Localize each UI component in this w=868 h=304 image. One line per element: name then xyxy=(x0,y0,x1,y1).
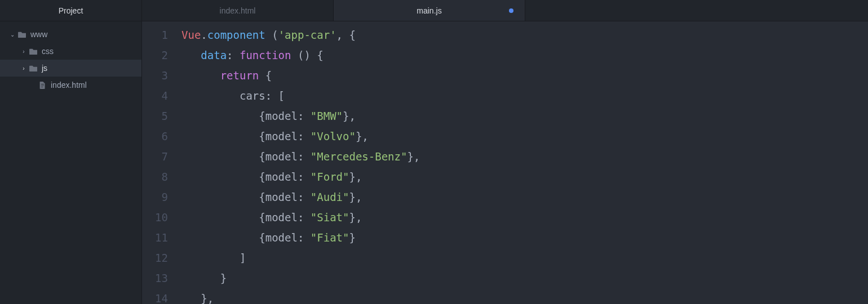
tree-item-index-html[interactable]: index.html xyxy=(0,77,141,93)
code-line[interactable]: {model: "Audi"}, xyxy=(181,187,868,207)
tabs-bar: index.htmlmain.js xyxy=(142,0,868,21)
tab-label: main.js xyxy=(417,6,441,15)
token: "Ford" xyxy=(311,171,349,183)
token: Vue xyxy=(181,29,201,41)
line-number: 8 xyxy=(142,167,168,187)
tree-item-label: www xyxy=(30,30,47,39)
token xyxy=(181,49,201,61)
token: "Volvo" xyxy=(311,130,356,142)
tree-item-js[interactable]: ›js xyxy=(0,60,141,77)
line-number: 12 xyxy=(142,248,168,268)
token: "Siat" xyxy=(311,211,349,223)
line-number: 4 xyxy=(142,86,168,106)
folder-icon xyxy=(28,65,38,72)
token: data xyxy=(201,49,227,61)
token: }, xyxy=(349,211,362,223)
code-line[interactable]: ] xyxy=(181,248,868,268)
token: model xyxy=(265,130,298,142)
tree-item-www[interactable]: ⌄www xyxy=(0,26,141,43)
token: : xyxy=(227,49,240,61)
tree-item-css[interactable]: ›css xyxy=(0,43,141,60)
code-line[interactable]: cars: [ xyxy=(181,86,868,106)
code-line[interactable]: }, xyxy=(181,288,868,304)
token: : xyxy=(298,130,311,142)
file-icon xyxy=(37,82,47,89)
tab-main-js[interactable]: main.js xyxy=(334,0,525,21)
token: model xyxy=(265,110,298,122)
token: function xyxy=(240,49,291,61)
code-line[interactable]: {model: "Mercedes-Benz"}, xyxy=(181,146,868,167)
line-number: 14 xyxy=(142,288,168,304)
token: }, xyxy=(349,171,362,183)
token: () { xyxy=(291,49,324,61)
tree-item-label: index.html xyxy=(51,81,87,90)
token: . xyxy=(201,29,207,41)
token: : xyxy=(298,191,311,203)
token: model xyxy=(265,211,298,223)
code-line[interactable]: return { xyxy=(181,65,868,86)
token: } xyxy=(349,231,355,244)
chevron-icon: ⌄ xyxy=(8,32,17,38)
token: { xyxy=(181,231,265,244)
token: { xyxy=(181,191,265,203)
code-area[interactable]: Vue.component ('app-car', { data: functi… xyxy=(175,25,868,304)
token: { xyxy=(181,171,265,183)
token: "BMW" xyxy=(311,110,343,122)
token: : xyxy=(298,211,311,223)
code-line[interactable]: {model: "Siat"}, xyxy=(181,207,868,227)
token: { xyxy=(181,150,265,163)
token: : xyxy=(298,150,311,163)
token: "Audi" xyxy=(311,191,349,203)
token: model xyxy=(265,150,298,163)
chevron-icon: › xyxy=(19,65,28,71)
main-panel: index.htmlmain.js 1234567891011121314 Vu… xyxy=(142,0,868,304)
token: { xyxy=(259,69,272,82)
token: return xyxy=(220,69,259,82)
token: model xyxy=(265,171,298,183)
code-line[interactable]: {model: "Ford"}, xyxy=(181,167,868,187)
token: : xyxy=(298,231,311,244)
tab-index-html[interactable]: index.html xyxy=(142,0,334,21)
token xyxy=(181,90,240,102)
code-line[interactable]: {model: "BMW"}, xyxy=(181,106,868,126)
token: "Mercedes-Benz" xyxy=(311,150,408,163)
tree-item-label: css xyxy=(42,47,54,56)
folder-icon xyxy=(17,31,27,38)
chevron-icon: › xyxy=(19,48,28,55)
line-number: 3 xyxy=(142,65,168,86)
token: ] xyxy=(181,252,246,264)
token: }, xyxy=(407,150,420,163)
token: model xyxy=(265,191,298,203)
token: cars xyxy=(240,90,265,102)
token: { xyxy=(181,110,265,122)
line-number: 1 xyxy=(142,25,168,45)
line-number: 10 xyxy=(142,207,168,227)
sidebar: Project ⌄www›css›jsindex.html xyxy=(0,0,142,304)
sidebar-title: Project xyxy=(0,0,141,21)
line-number: 2 xyxy=(142,45,168,65)
token: }, xyxy=(181,292,214,304)
token: { xyxy=(181,211,265,223)
token: : xyxy=(298,110,311,122)
line-number: 13 xyxy=(142,268,168,288)
code-line[interactable]: {model: "Fiat"} xyxy=(181,227,868,248)
tree-item-label: js xyxy=(42,64,47,73)
code-line[interactable]: Vue.component ('app-car', { xyxy=(181,25,868,45)
code-line[interactable]: data: function () { xyxy=(181,45,868,65)
file-tree: ⌄www›css›jsindex.html xyxy=(0,21,141,93)
line-number: 7 xyxy=(142,146,168,167)
code-line[interactable]: {model: "Volvo"}, xyxy=(181,126,868,146)
token: ( xyxy=(265,29,278,41)
editor[interactable]: 1234567891011121314 Vue.component ('app-… xyxy=(142,21,868,304)
token: } xyxy=(181,272,227,284)
line-number: 11 xyxy=(142,227,168,248)
folder-icon xyxy=(28,48,38,55)
token: "Fiat" xyxy=(311,231,349,244)
code-line[interactable]: } xyxy=(181,268,868,288)
token: }, xyxy=(349,191,362,203)
token: : xyxy=(298,171,311,183)
line-number: 5 xyxy=(142,106,168,126)
token: model xyxy=(265,231,298,244)
token: { xyxy=(181,130,265,142)
token: 'app-car' xyxy=(278,29,336,41)
